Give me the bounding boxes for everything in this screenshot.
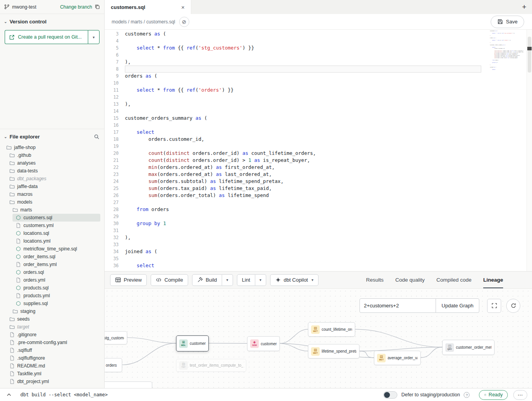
code-line-34[interactable]: joined as (	[125, 248, 532, 255]
code-line-18[interactable]: orders.customer_id,	[125, 136, 532, 143]
code-line-15[interactable]: customer_orders_summary as (	[125, 115, 532, 122]
file-tree-item-dbt-packages[interactable]: dbt_packages	[6, 175, 100, 183]
lineage-node-test-order-items[interactable]: ▨TSTtest_order_items_compute_to_bools...	[176, 359, 246, 372]
file-explorer-header[interactable]: ⌄ File explorer	[0, 129, 104, 143]
chevron-up-icon[interactable]	[5, 390, 13, 399]
close-icon[interactable]: ×	[180, 4, 186, 11]
tab-results[interactable]: Results	[366, 271, 384, 288]
code-line-13[interactable]: ),	[125, 101, 532, 108]
file-tree-item-products-sql[interactable]: products.sql	[12, 284, 100, 292]
code-line-19[interactable]	[125, 143, 532, 150]
file-tree-item-metricflow-time-spine-sql[interactable]: metricflow_time_spine.sql	[12, 245, 100, 253]
new-tab-button[interactable]: +	[516, 0, 532, 14]
lint-dropdown-button[interactable]: ▾	[255, 274, 266, 286]
code-line-11[interactable]: select * from {{ ref('orders') }}	[125, 87, 532, 94]
create-pr-dropdown-button[interactable]: ▾	[88, 30, 100, 44]
code-line-31[interactable]	[125, 227, 532, 234]
create-pr-button[interactable]: Create a pull request on Git...	[5, 30, 88, 44]
lineage-node-orders[interactable]: ⊞MDLorders	[105, 358, 122, 372]
code-line-9[interactable]: orders as (	[125, 73, 532, 80]
code-line-24[interactable]: sum(orders.subtotal) as lifetime_spend_p…	[125, 178, 532, 185]
code-line-21[interactable]: count(distinct orders.order_id) > 1 as i…	[125, 157, 532, 164]
version-control-header[interactable]: ⌄ Version control	[0, 14, 104, 28]
file-tree-item--github[interactable]: .github	[6, 151, 100, 159]
lineage-node-count-lifetime-orders[interactable]: ▤METcount_lifetime_orders	[308, 322, 355, 337]
code-line-14[interactable]	[125, 108, 532, 115]
file-tree-item-jaffle-shop[interactable]: jaffle-shop	[3, 144, 100, 151]
code-line-30[interactable]: group by 1	[125, 220, 532, 227]
code-line-7[interactable]: ),	[125, 59, 532, 66]
save-button[interactable]: Save	[491, 16, 524, 28]
file-tree-item-customers-yml[interactable]: customers.yml	[12, 222, 100, 229]
update-graph-button[interactable]: Update Graph	[436, 298, 479, 313]
code-line-20[interactable]: count(distinct orders.order_id) as count…	[125, 150, 532, 157]
file-tree-item-data-tests[interactable]: data-tests	[6, 167, 100, 175]
file-tree-item-supplies-sql[interactable]: supplies.sql	[12, 300, 100, 307]
file-tree-item-orders-sql[interactable]: orders.sql	[12, 268, 100, 276]
defer-toggle[interactable]	[383, 391, 397, 399]
fullscreen-icon[interactable]	[487, 299, 501, 313]
file-tree-item-dbt-project-yml[interactable]: dbt_project.yml	[6, 378, 100, 385]
lineage-node-stg-customers[interactable]: ⊞MDLstg_customers	[105, 331, 127, 344]
file-tree-item-order-items-yml[interactable]: order_items.yml	[12, 261, 100, 268]
file-tree-item--pre-commit-config-yaml[interactable]: .pre-commit-config.yaml	[6, 339, 100, 346]
code-line-16[interactable]	[125, 122, 532, 129]
file-tree-item-products-yml[interactable]: products.yml	[12, 292, 100, 300]
code-line-29[interactable]	[125, 213, 532, 220]
tab-code-quality[interactable]: Code quality	[395, 271, 425, 288]
lineage-node-customers-mdl[interactable]: ⊞MDLcustomers	[176, 335, 209, 351]
code-line-23[interactable]: max(orders.ordered_at) as last_ordered_a…	[125, 171, 532, 178]
file-tree-item-macros[interactable]: macros	[6, 190, 100, 198]
build-button[interactable]: Build	[192, 274, 222, 286]
file-tree-item--sqlfluffignore[interactable]: .sqlfluffignore	[6, 354, 100, 362]
no-entry-icon[interactable]: ⊘	[179, 17, 189, 27]
dbt-copilot-button[interactable]: dbt Copilot ▾	[270, 274, 318, 286]
code-line-33[interactable]	[125, 241, 532, 248]
code-editor[interactable]: 3456789101112131415161718192021222324252…	[105, 30, 532, 271]
file-tree-item-jaffle-data[interactable]: jaffle-data	[6, 183, 100, 190]
file-tree-item-analyses[interactable]: analyses	[6, 159, 100, 167]
code-lines[interactable]: customers as ( select * from {{ ref('stg…	[125, 30, 532, 271]
file-tree-item-locations-sql[interactable]: locations.sql	[12, 229, 100, 237]
code-line-5[interactable]: select * from {{ ref('stg_customers') }}	[125, 44, 532, 51]
refresh-icon[interactable]	[506, 299, 520, 313]
code-line-8[interactable]	[125, 66, 481, 73]
code-line-36[interactable]: select	[125, 262, 532, 269]
code-line-35[interactable]	[125, 255, 532, 262]
ready-status-badge[interactable]: ○ Ready	[479, 390, 508, 400]
code-line-22[interactable]: min(orders.ordered_at) as first_ordered_…	[125, 164, 532, 171]
file-tree-item--sqlfluff[interactable]: .sqlfluff	[6, 346, 100, 354]
lineage-selector-input[interactable]	[359, 298, 436, 313]
search-icon[interactable]	[94, 134, 100, 140]
file-tree-item-customers-sql[interactable]: customers.sql	[12, 214, 100, 222]
file-tree-item-seeds[interactable]: seeds	[6, 315, 100, 323]
tab-lineage[interactable]: Lineage	[483, 271, 503, 288]
lineage-node-customers-sem[interactable]: ◈SEMcustomers	[247, 336, 280, 351]
lineage-node-partial-node[interactable]	[105, 381, 152, 388]
code-line-12[interactable]	[125, 94, 532, 101]
code-line-6[interactable]	[125, 51, 532, 59]
lineage-panel[interactable]: ⊞MDLstg_customers⊞MDLorders⊞MDLcustomers…	[105, 288, 532, 388]
code-line-4[interactable]	[125, 37, 532, 44]
file-tree-item-readme-md[interactable]: README.md	[6, 362, 100, 370]
file-tree-item-orders-yml[interactable]: orders.yml	[12, 276, 100, 284]
file-tree-item-locations-yml[interactable]: locations.yml	[12, 237, 100, 245]
code-line-17[interactable]: select	[125, 129, 532, 136]
file-tree-item-target[interactable]: target	[6, 323, 100, 331]
copy-icon[interactable]	[94, 4, 100, 10]
preview-button[interactable]: Preview	[110, 274, 147, 286]
code-line-32[interactable]: ),	[125, 234, 532, 241]
lineage-node-average-order-value[interactable]: ▤METaverage_order_value	[374, 351, 421, 365]
scrollbar-thumb[interactable]	[528, 37, 531, 73]
editor-scrollbar[interactable]	[527, 30, 532, 271]
file-tree-item-taskfile-yml[interactable]: Taskfile.yml	[6, 370, 100, 378]
change-branch-link[interactable]: Change branch	[60, 4, 92, 10]
code-line-25[interactable]: sum(orders.tax_paid) as lifetime_tax_pai…	[125, 185, 532, 192]
build-dropdown-button[interactable]: ▾	[222, 274, 233, 286]
tab-compiled-code[interactable]: Compiled code	[436, 271, 472, 288]
lineage-node-customer-order-metrics[interactable]: ◫QRYcustomer_order_metrics	[442, 340, 495, 355]
code-line-3[interactable]: customers as (	[125, 30, 532, 37]
file-tree-item--gitignore[interactable]: .gitignore	[6, 331, 100, 339]
more-icon[interactable]: ⋯	[513, 390, 527, 400]
code-line-26[interactable]: sum(orders.order_total) as lifetime_spen…	[125, 192, 532, 199]
